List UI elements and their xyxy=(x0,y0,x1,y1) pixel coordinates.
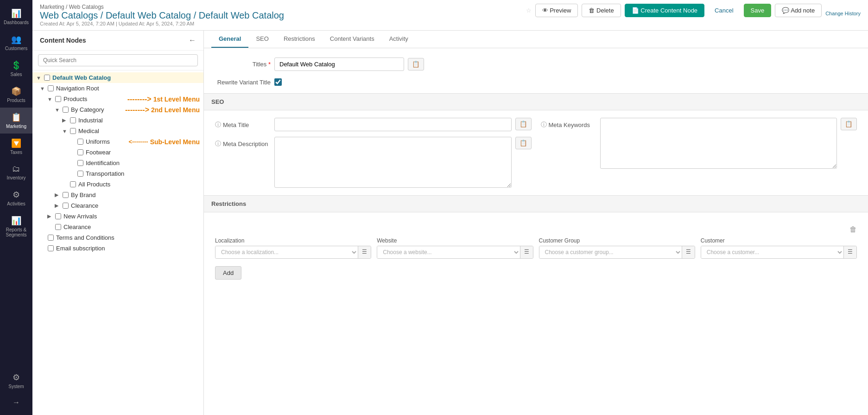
tree-checkbox[interactable] xyxy=(48,245,54,251)
sidebar-item-inventory[interactable]: 🗂 Inventory xyxy=(0,160,32,185)
left-panel: Content Nodes ← ▼ Default Web Catalog ▼ … xyxy=(32,31,204,415)
add-note-button[interactable]: 💬 Add note xyxy=(775,4,822,17)
tree-checkbox[interactable] xyxy=(77,139,83,145)
tree-checkbox[interactable] xyxy=(44,75,50,81)
delete-restriction-button[interactable]: 🗑 xyxy=(849,225,857,234)
cancel-button[interactable]: Cancel xyxy=(708,4,740,17)
localization-select[interactable]: Choose a localization... xyxy=(215,246,358,258)
left-panel-header: Content Nodes ← xyxy=(32,31,203,51)
tab-activity[interactable]: Activity xyxy=(382,31,416,48)
info-icon-meta-kw: ⓘ xyxy=(541,121,547,129)
favorite-icon[interactable]: ☆ xyxy=(526,7,532,14)
tree-checkbox[interactable] xyxy=(70,181,76,187)
change-history-link[interactable]: Change History xyxy=(825,11,861,17)
tree-checkbox[interactable] xyxy=(70,128,76,134)
titles-input[interactable] xyxy=(274,57,404,71)
tree-toggle[interactable]: ▼ xyxy=(40,86,46,91)
tree-checkbox[interactable] xyxy=(55,224,61,230)
customer-select[interactable]: Choose a customer... xyxy=(701,246,843,258)
copy-title-button[interactable]: 📋 xyxy=(408,58,424,70)
sidebar-item-activities[interactable]: ⚙ Activities xyxy=(0,185,32,211)
tab-restrictions[interactable]: Restrictions xyxy=(276,31,323,48)
annotation-sublevel: <-------- Sub-Level Menu xyxy=(128,138,203,146)
tree-checkbox[interactable] xyxy=(55,213,61,219)
customer-group-menu-button[interactable]: ☰ xyxy=(682,246,695,258)
rewrite-variant-title-checkbox[interactable] xyxy=(274,78,282,86)
website-menu-button[interactable]: ☰ xyxy=(520,246,533,258)
add-restriction-row: Add xyxy=(215,266,857,280)
tree-toggle[interactable]: ▼ xyxy=(62,128,69,134)
tree-item-identification[interactable]: Identification xyxy=(32,158,203,168)
tree-toggle[interactable]: ▼ xyxy=(55,107,61,113)
tree-checkbox[interactable] xyxy=(63,107,69,113)
sidebar-item-sales[interactable]: 💲 Sales xyxy=(0,56,32,82)
search-input[interactable] xyxy=(38,54,198,66)
tab-general[interactable]: General xyxy=(211,31,248,48)
tree-checkbox[interactable] xyxy=(48,235,54,241)
tree-item-default-web-catalog[interactable]: ▼ Default Web Catalog xyxy=(32,72,203,83)
tree-checkbox[interactable] xyxy=(55,96,61,102)
meta-description-input[interactable] xyxy=(274,137,512,188)
tree-item-new-arrivals[interactable]: ▶ New Arrivals xyxy=(32,211,203,222)
tree-item-industrial[interactable]: ▶ Industrial xyxy=(32,115,203,126)
create-content-node-button[interactable]: 📄 Create Content Node xyxy=(625,4,704,17)
tree-item-products[interactable]: ▼ Products xyxy=(32,94,127,104)
customer-menu-button[interactable]: ☰ xyxy=(843,246,856,258)
tab-seo[interactable]: SEO xyxy=(248,31,276,48)
tree-checkbox[interactable] xyxy=(48,85,54,91)
add-restriction-button[interactable]: Add xyxy=(215,266,241,280)
tree-toggle[interactable]: ▶ xyxy=(55,192,61,198)
sidebar-item-taxes[interactable]: 🔽 Taxes xyxy=(0,134,32,160)
tab-content-variants[interactable]: Content Variants xyxy=(323,31,382,48)
tree-item-by-category-row: ▼ By Category --------> 2nd Level Menu xyxy=(32,104,203,115)
tree-item-clearance-2[interactable]: Clearance xyxy=(32,222,203,232)
preview-button[interactable]: 👁 Preview xyxy=(535,4,578,17)
meta-title-input[interactable] xyxy=(274,118,512,131)
tree-toggle[interactable]: ▶ xyxy=(55,203,61,209)
tree-checkbox[interactable] xyxy=(63,203,69,209)
tree-toggle[interactable]: ▶ xyxy=(47,213,54,219)
breadcrumb: Marketing / Web Catalogs xyxy=(40,4,284,10)
sidebar-item-marketing[interactable]: 📋 Marketing xyxy=(0,108,32,134)
tree-item-all-products[interactable]: All Products xyxy=(32,179,203,190)
tree-checkbox[interactable] xyxy=(77,149,83,155)
tree-item-uniforms[interactable]: Uniforms xyxy=(32,136,128,147)
copy-meta-desc-button[interactable]: 📋 xyxy=(515,137,532,149)
tabs: General SEO Restrictions Content Variant… xyxy=(204,31,868,48)
titles-label: Titles * xyxy=(215,61,271,68)
tree-item-by-brand[interactable]: ▶ By Brand xyxy=(32,190,203,200)
copy-meta-title-button[interactable]: 📋 xyxy=(515,118,532,130)
tree-checkbox[interactable] xyxy=(77,171,83,177)
tree-item-email-subscription[interactable]: Email subscription xyxy=(32,243,203,254)
collapse-panel-button[interactable]: ← xyxy=(189,36,196,45)
sidebar-collapse-button[interactable]: → xyxy=(8,394,25,411)
tree-toggle[interactable]: ▼ xyxy=(47,96,54,102)
tree-checkbox[interactable] xyxy=(77,160,83,166)
tree-checkbox[interactable] xyxy=(63,192,69,198)
tree-item-medical[interactable]: ▼ Medical xyxy=(32,126,203,136)
tree-toggle[interactable]: ▶ xyxy=(62,117,69,123)
rewrite-variant-title-row: Rewrite Variant Title xyxy=(215,78,857,86)
main-area: Marketing / Web Catalogs Web Catalogs / … xyxy=(32,0,868,415)
website-select[interactable]: Choose a website... xyxy=(377,246,520,258)
tree-item-clearance-1[interactable]: ▶ Clearance xyxy=(32,200,203,211)
meta-keywords-input[interactable] xyxy=(600,118,837,169)
tree-toggle[interactable]: ▼ xyxy=(36,75,43,81)
localization-menu-button[interactable]: ☰ xyxy=(358,246,371,258)
tree-item-navigation-root[interactable]: ▼ Navigation Root xyxy=(32,83,203,94)
tree-item-terms-conditions[interactable]: Terms and Conditions xyxy=(32,232,203,243)
save-button[interactable]: Save xyxy=(744,4,772,17)
sidebar-item-dashboards[interactable]: 📊 Dashboards xyxy=(0,4,32,30)
delete-button[interactable]: 🗑 Delete xyxy=(582,4,621,17)
sidebar-item-system[interactable]: ⚙ System xyxy=(0,368,32,394)
sidebar-item-customers[interactable]: 👥 Customers xyxy=(0,30,32,56)
sidebar-item-reports[interactable]: 📊 Reports & Segments xyxy=(0,211,32,242)
tree-item-footwear[interactable]: Footwear xyxy=(32,147,203,158)
tree-checkbox[interactable] xyxy=(70,117,76,123)
customer-group-select[interactable]: Choose a customer group... xyxy=(539,246,682,258)
sidebar-item-products[interactable]: 📦 Products xyxy=(0,82,32,108)
tree-item-transportation[interactable]: Transportation xyxy=(32,168,203,179)
meta-title-row: ⓘ Meta Title 📋 xyxy=(215,118,532,131)
tree-item-by-category[interactable]: ▼ By Category xyxy=(32,104,125,115)
copy-meta-kw-button[interactable]: 📋 xyxy=(841,118,857,130)
